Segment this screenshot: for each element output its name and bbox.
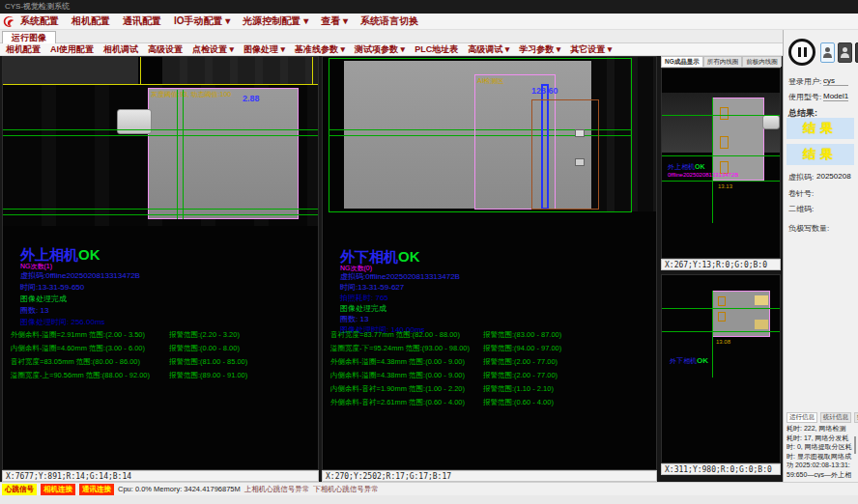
comm-connect-badge: 通讯连接: [79, 484, 114, 495]
thumb-caption: 外上相机OK: [668, 162, 705, 172]
tab-glint: [575, 129, 585, 137]
virtual-code-value: 20250208: [816, 172, 851, 181]
overlay-green-line: [662, 115, 781, 116]
tab-glint: [755, 320, 768, 329]
log-tab-stats-info[interactable]: 统计信息: [820, 412, 851, 423]
gripper-clip: [762, 115, 780, 129]
log-tab-alarm-info[interactable]: 报警信息: [854, 412, 858, 423]
measure-value: 音衬宽度=83.77mm 范围:(82.00 - 88.00): [330, 330, 460, 340]
menu-item-comm-config[interactable]: 通讯配置: [123, 14, 161, 28]
workpiece-image: [148, 88, 299, 219]
user-icon: [825, 47, 830, 52]
pause-button[interactable]: [788, 39, 815, 66]
tool-spot-check[interactable]: 点检设置 ▾: [192, 43, 234, 56]
time-text: 时间:13-31-59-627: [340, 282, 404, 293]
camera-status-ok: OK: [697, 356, 708, 365]
tool-advanced-debug[interactable]: 高级调试 ▾: [468, 43, 509, 56]
virtual-code-text: 虚拟码:0ffline2025020813313472B: [340, 271, 460, 282]
upper-camera-alarm-text: 上相机心跳信号异常: [244, 485, 310, 494]
user-label: 登录用户:: [788, 76, 821, 87]
menu-item-light-control[interactable]: 光源控制配置 ▾: [243, 14, 308, 28]
turns-text: 圈数: 13: [340, 314, 368, 324]
camera-name: 外下相机: [340, 248, 398, 265]
alarm-range: 报警范围:(0.00 - 8.00): [169, 344, 240, 353]
threshold-label: 灰度阈值:93, 动态阈值:100: [151, 90, 231, 99]
overlay-green-line: [662, 181, 781, 182]
thumb-measure-label: 13.13: [718, 183, 732, 189]
menu-item-language-switch[interactable]: 系统语言切换: [360, 14, 418, 28]
tool-learning-params[interactable]: 学习参数 ▾: [519, 43, 560, 56]
shot-time-text: 拍照耗时: 765: [340, 293, 388, 303]
alarm-range: 报警范围:(2.00 - 77.00): [483, 357, 558, 367]
tool-other-settings[interactable]: 其它设置 ▾: [570, 43, 612, 56]
gripper-clip: [117, 109, 152, 134]
tool-ai-config[interactable]: AI使用配置: [50, 43, 94, 56]
user-value-field[interactable]: cys: [823, 76, 848, 86]
model-label: 使用型号:: [788, 92, 821, 102]
thumbnail-view-upper[interactable]: 13.13 外上相机OK 0ffline2025020813313472B: [661, 68, 781, 259]
turns-text: 圈数: 13: [20, 305, 48, 316]
tool-plc-address[interactable]: PLC地址表: [415, 43, 458, 56]
overlay-orange-box: [720, 136, 729, 149]
overlay-green-line: [177, 90, 178, 219]
menu-item-view[interactable]: 查看 ▾: [321, 14, 348, 28]
process-done-text: 图像处理完成: [340, 303, 386, 314]
log-tab-run-info[interactable]: 运行信息: [786, 412, 817, 423]
tool-advanced-settings[interactable]: 高级设置: [148, 43, 183, 56]
measure-value: 内侧余料-溢圈=4.60mm 范围:(3.00 - 6.00): [11, 344, 145, 353]
user-login-button[interactable]: [820, 42, 835, 63]
cpu-memory-text: Cpu: 0.0% Memory: 3424.41796875M: [118, 485, 241, 493]
tool-baseline-params[interactable]: 基准线参数 ▾: [295, 43, 345, 56]
alarm-range: 报警范围:(0.60 - 4.00): [483, 398, 554, 407]
result-box-lower: 结果: [786, 144, 854, 165]
camera-view-lower[interactable]: AI检测区 123.60 外下相机OK NG次数(0) 虚拟码:0ffline2…: [322, 56, 657, 470]
model-value-field[interactable]: Model1: [823, 92, 848, 101]
overlay-green-line: [183, 90, 184, 219]
tool-test-params[interactable]: 测试项参数 ▾: [355, 43, 405, 56]
tab-run-image[interactable]: 运行图像: [2, 31, 56, 43]
measure-value: 溢圈宽度-上=90.56mm 范围:(88.00 - 92.00): [11, 371, 150, 380]
camera-name: 外上相机: [20, 246, 78, 263]
operator-icon: [843, 47, 847, 52]
thumb-tab-ng-display[interactable]: NG成品显示: [661, 56, 703, 67]
camera-view-upper[interactable]: 灰度阈值:93, 动态阈值:100 2.88 外上相机OK NG次数(1) 虚拟…: [2, 56, 319, 470]
tab-glint: [755, 295, 768, 305]
alarm-range: 报警范围:(2.00 - 77.00): [483, 371, 558, 380]
qr-code-label: 二维码:: [788, 204, 814, 214]
lower-camera-alarm-text: 下相机心跳信号异常: [313, 485, 379, 494]
cursor-coords-thumb1: X:267;Y:13;R:0;G:0;B:0: [661, 259, 781, 270]
pause-icon: [804, 47, 807, 57]
alarm-range: 报警范围:(81.00 - 85.00): [169, 357, 247, 367]
overlay-orange-box: [720, 107, 729, 120]
menu-item-io-manual[interactable]: IO手动配置 ▾: [174, 14, 230, 28]
overlay-green-line: [3, 209, 319, 210]
overlay-green-line: [662, 155, 781, 156]
measure-value: 外侧余料-溢圈=2.91mm 范围:(2.00 - 3.50): [11, 330, 145, 340]
overlay-yellow-line: [312, 57, 313, 85]
image-region: [3, 57, 138, 85]
tool-image-process[interactable]: 图像处理 ▾: [243, 43, 285, 56]
title-bar: CYS-视觉检测系统 — ▢ ✕: [0, 0, 858, 14]
tab-strip: 运行图像: [0, 30, 783, 43]
log-scrollbar[interactable]: [854, 436, 856, 454]
menu-item-camera-config[interactable]: 相机配置: [72, 14, 110, 28]
app-logo-icon: [3, 15, 15, 28]
tool-camera-config[interactable]: 相机配置: [6, 43, 41, 56]
thumb-caption: 外下相机OK: [670, 356, 708, 366]
overlay-green-line: [712, 98, 713, 223]
menu-item-system-config[interactable]: 系统配置: [20, 14, 59, 28]
thumb-tab-front-inner[interactable]: 前极内线圈: [742, 56, 782, 67]
measure-value: 外侧余料-溢圈=4.38mm 范围:(0.00 - 9.00): [330, 357, 465, 367]
operator-button[interactable]: [838, 42, 852, 63]
alarm-range: 报警范围:(89.00 - 91.00): [169, 371, 247, 380]
thumb-tab-all-inner[interactable]: 所有内线圈: [703, 56, 743, 67]
thumb-measure-label: 13.08: [716, 339, 730, 345]
ai-region-label: AI检测区: [477, 76, 504, 86]
thumbnail-view-lower[interactable]: 13.08 外下相机OK: [661, 274, 781, 463]
camera-status-ok: OK: [398, 248, 420, 265]
toolbar: 相机配置 AI使用配置 相机调试 高级设置 点检设置 ▾ 图像处理 ▾ 基准线参…: [0, 43, 783, 56]
needle-number-label: 卷针号:: [788, 188, 814, 199]
status-bar: 心跳信号 相机连接 通讯连接 Cpu: 0.0% Memory: 3424.41…: [0, 482, 858, 495]
camera-status-ok: OK: [695, 163, 705, 170]
tool-camera-debug[interactable]: 相机调试: [103, 43, 138, 56]
